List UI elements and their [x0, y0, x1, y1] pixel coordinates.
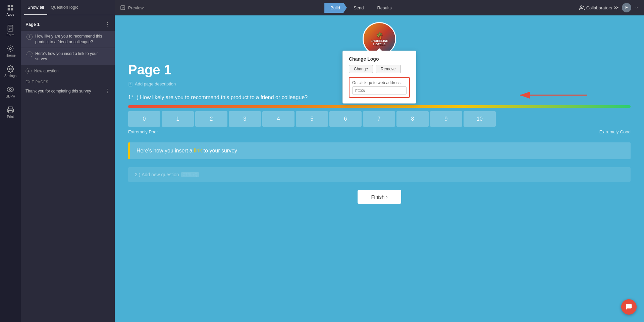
nav-step-send[interactable]: Send	[347, 3, 370, 13]
nav-step-results[interactable]: Results	[370, 3, 398, 13]
svg-point-8	[9, 48, 11, 50]
avatar-chevron-icon[interactable]	[635, 6, 639, 10]
exit-page-item[interactable]: Thank you for completing this survey ⋮	[21, 85, 115, 97]
finish-button[interactable]: Finish ›	[358, 190, 401, 204]
collaborators-label: Collaborators	[586, 5, 612, 10]
panel: Show all Question logic Page 1 ⋮ 1 How l…	[21, 0, 115, 322]
svg-point-14	[615, 6, 616, 8]
popup-url-label: On click go to web address:	[352, 80, 407, 85]
question-item-1[interactable]: 1 How likely are you to recommend this p…	[21, 31, 115, 48]
add-question-icon: +	[25, 68, 32, 74]
add-question-row[interactable]: 2 ) Add new question CTRL+Q	[128, 167, 631, 182]
topbar-right: Collaborators E	[579, 3, 639, 12]
svg-rect-3	[11, 8, 13, 10]
question-1-text: How likely are you to recommend this pro…	[140, 94, 308, 100]
nps-scale: 0 1 2 3 4 5 6 7 8 9 10	[128, 111, 631, 127]
svg-rect-0	[8, 5, 10, 7]
nps-labels: Extremely Poor Extremely Good	[128, 129, 631, 134]
add-question-shortcut: CTRL+Q	[181, 172, 199, 177]
link-text-content: Here's how you insert a link to your sur…	[130, 142, 244, 159]
add-question-paren: )	[138, 172, 142, 177]
sidebar-item-theme[interactable]: Theme	[0, 41, 21, 61]
question-text-1: How likely are you to recommend this pro…	[35, 34, 110, 45]
tab-question-logic[interactable]: Question logic	[47, 0, 82, 15]
collaborators-button[interactable]: Collaborators	[579, 5, 619, 10]
nav-step-build[interactable]: Build	[324, 3, 347, 13]
sidebar-item-label-apps: Apps	[7, 13, 14, 16]
nps-6[interactable]: 6	[329, 111, 362, 127]
add-collaborator-icon	[614, 5, 619, 10]
nps-label-right: Extremely Good	[599, 129, 631, 134]
sidebar-item-label-settings: Settings	[4, 74, 16, 78]
svg-rect-2	[8, 8, 10, 10]
apps-icon	[7, 4, 14, 11]
question-1-paren: )	[137, 94, 140, 100]
nps-5[interactable]: 5	[296, 111, 328, 127]
main-area: Preview Build Send Results Collaborators…	[115, 0, 644, 322]
nps-4[interactable]: 4	[262, 111, 294, 127]
new-question-item[interactable]: + New question	[21, 65, 115, 77]
sidebar-icons: Apps Form Theme Settings GDPR Print	[0, 0, 21, 322]
nps-10[interactable]: 10	[464, 111, 496, 127]
question-number-1: 1	[26, 34, 33, 40]
change-logo-popup: Change Logo Change Remove On click go to…	[342, 51, 416, 104]
link-text-before: Here's how you insert a	[137, 148, 194, 153]
svg-rect-1	[11, 5, 13, 7]
chat-icon	[625, 303, 633, 311]
remove-logo-button[interactable]: Remove	[376, 65, 401, 73]
gear-icon	[7, 65, 14, 73]
topbar-center: Build Send Results	[324, 3, 398, 13]
change-logo-button[interactable]: Change	[349, 65, 373, 73]
page-title: Page 1	[25, 22, 40, 27]
question-text-2: Here's how you insert a link to your sur…	[35, 51, 110, 62]
nps-7[interactable]: 7	[363, 111, 395, 127]
sidebar-item-settings[interactable]: Settings	[0, 61, 21, 82]
sidebar-item-form[interactable]: Form	[0, 20, 21, 41]
nps-3[interactable]: 3	[229, 111, 261, 127]
link-text-after: to your survey	[202, 148, 237, 153]
nps-9[interactable]: 9	[430, 111, 462, 127]
chat-button[interactable]	[621, 299, 637, 315]
nps-1[interactable]: 1	[162, 111, 194, 127]
theme-icon	[7, 45, 14, 52]
page-menu-button[interactable]: ⋮	[105, 21, 110, 27]
form-icon	[7, 24, 14, 32]
question-1-num: 1*	[128, 94, 133, 100]
exit-pages-header: EXIT PAGES	[21, 77, 115, 85]
sidebar-item-label-print: Print	[7, 115, 14, 119]
link-text-block: Here's how you insert a link to your sur…	[128, 142, 631, 159]
survey-area: 🌴 SHORELINE HOTELS Change Logo Change Re…	[115, 15, 644, 322]
print-icon	[7, 106, 14, 114]
sidebar-item-apps[interactable]: Apps	[0, 0, 21, 20]
nps-2[interactable]: 2	[195, 111, 227, 127]
svg-point-9	[9, 68, 11, 70]
sidebar-item-label-gdpr: GDPR	[6, 94, 15, 98]
popup-url-section: On click go to web address:	[349, 77, 410, 98]
sidebar-item-label-form: Form	[6, 33, 14, 37]
tab-show-all[interactable]: Show all	[24, 0, 47, 15]
svg-rect-12	[121, 6, 125, 10]
add-description-label: Add page description	[135, 81, 176, 86]
nps-8[interactable]: 8	[396, 111, 429, 127]
topbar-left: Preview	[120, 5, 144, 10]
svg-point-13	[580, 6, 582, 7]
topbar: Preview Build Send Results Collaborators…	[115, 0, 644, 15]
panel-tabs: Show all Question logic	[21, 0, 115, 15]
question-number-2: ○	[26, 51, 33, 57]
sidebar-item-print[interactable]: Print	[0, 102, 21, 123]
question-item-2[interactable]: ○ Here's how you insert a link to your s…	[21, 48, 115, 65]
exit-page-menu-button[interactable]: ⋮	[105, 88, 110, 94]
preview-label[interactable]: Preview	[128, 5, 144, 10]
new-question-label: New question	[34, 69, 59, 73]
nps-0[interactable]: 0	[128, 111, 160, 127]
sidebar-item-gdpr[interactable]: GDPR	[0, 82, 21, 102]
user-avatar[interactable]: E	[622, 3, 631, 12]
svg-point-10	[9, 88, 11, 90]
description-icon	[128, 82, 133, 86]
popup-url-input[interactable]	[352, 86, 407, 94]
red-arrow	[517, 88, 590, 103]
popup-title: Change Logo	[349, 56, 410, 62]
popup-buttons: Change Remove	[349, 65, 410, 73]
link-text-link[interactable]: link	[194, 148, 202, 153]
collaborators-icon	[579, 5, 585, 10]
